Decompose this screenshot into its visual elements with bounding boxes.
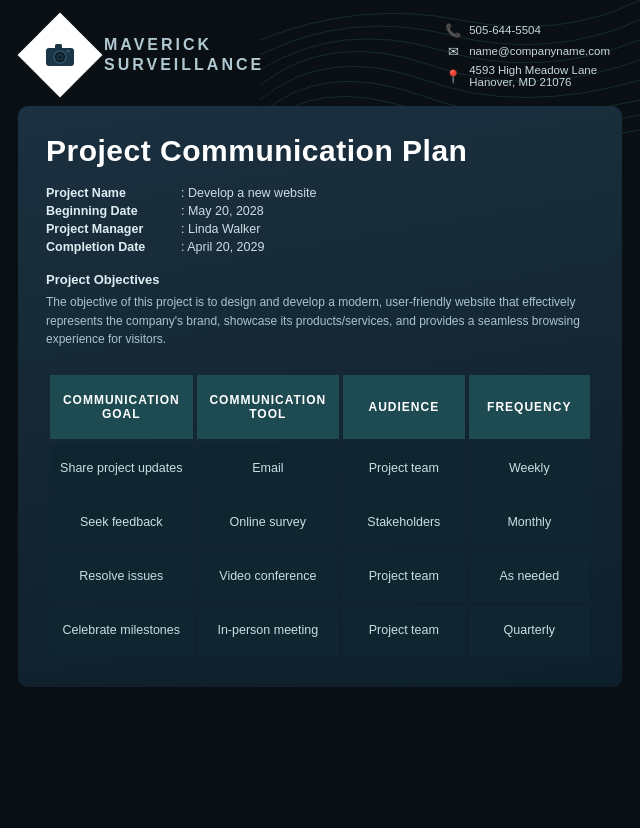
- project-manager-value: : Linda Walker: [181, 222, 260, 236]
- table-row: Celebrate milestonesIn-person meetingPro…: [50, 605, 590, 655]
- cell-audience-1: Stakeholders: [343, 497, 464, 547]
- company-name-line1: MAVERICK: [104, 35, 264, 55]
- table-row: Share project updatesEmailProject teamWe…: [50, 443, 590, 493]
- cell-audience-3: Project team: [343, 605, 464, 655]
- location-icon: 📍: [445, 68, 461, 84]
- objectives-title: Project Objectives: [46, 272, 594, 287]
- cell-frequency-2: As needed: [469, 551, 590, 601]
- svg-rect-4: [55, 44, 62, 49]
- main-card: Project Communication Plan Project Name …: [18, 106, 622, 687]
- beginning-date-label: Beginning Date: [46, 204, 181, 218]
- logo-wordmark: MAVERICK SURVEILLANCE: [104, 35, 264, 75]
- email-row: ✉ name@companyname.com: [445, 43, 610, 59]
- svg-rect-5: [66, 50, 70, 53]
- meta-project-manager: Project Manager : Linda Walker: [46, 222, 594, 236]
- cell-frequency-0: Weekly: [469, 443, 590, 493]
- phone-number: 505-644-5504: [469, 24, 541, 36]
- beginning-date-value: : May 20, 2028: [181, 204, 264, 218]
- address-line1: 4593 High Meadow Lane: [469, 64, 597, 76]
- cell-tool-0: Email: [197, 443, 340, 493]
- logo-icon: [44, 42, 76, 68]
- address-line2: Hanover, MD 21076: [469, 76, 597, 88]
- cell-audience-0: Project team: [343, 443, 464, 493]
- cell-frequency-3: Quarterly: [469, 605, 590, 655]
- header-goal: COMMUNICATION GOAL: [50, 375, 193, 439]
- cell-goal-0: Share project updates: [50, 443, 193, 493]
- cell-goal-3: Celebrate milestones: [50, 605, 193, 655]
- contact-info: 📞 505-644-5504 ✉ name@companyname.com 📍 …: [445, 22, 610, 88]
- project-meta: Project Name : Develop a new website Beg…: [46, 186, 594, 254]
- table-row: Resolve issuesVideo conferenceProject te…: [50, 551, 590, 601]
- completion-date-value: : April 20, 2029: [181, 240, 264, 254]
- cell-tool-3: In-person meeting: [197, 605, 340, 655]
- cell-audience-2: Project team: [343, 551, 464, 601]
- table-row: Seek feedbackOnline surveyStakeholdersMo…: [50, 497, 590, 547]
- logo-diamond: [18, 13, 103, 98]
- header: MAVERICK SURVEILLANCE 📞 505-644-5504 ✉ n…: [0, 0, 640, 106]
- phone-icon: 📞: [445, 22, 461, 38]
- header-tool: COMMUNICATION TOOL: [197, 375, 340, 439]
- phone-row: 📞 505-644-5504: [445, 22, 610, 38]
- meta-project-name: Project Name : Develop a new website: [46, 186, 594, 200]
- cell-tool-1: Online survey: [197, 497, 340, 547]
- logo-area: MAVERICK SURVEILLANCE: [30, 25, 264, 85]
- address-block: 4593 High Meadow Lane Hanover, MD 21076: [469, 64, 597, 88]
- project-name-value: : Develop a new website: [181, 186, 317, 200]
- meta-beginning-date: Beginning Date : May 20, 2028: [46, 204, 594, 218]
- cell-frequency-1: Monthly: [469, 497, 590, 547]
- company-name-line2: SURVEILLANCE: [104, 55, 264, 75]
- address-row: 📍 4593 High Meadow Lane Hanover, MD 2107…: [445, 64, 610, 88]
- header-frequency: FREQUENCY: [469, 375, 590, 439]
- svg-point-3: [59, 56, 62, 59]
- email-icon: ✉: [445, 43, 461, 59]
- project-manager-label: Project Manager: [46, 222, 181, 236]
- cell-goal-2: Resolve issues: [50, 551, 193, 601]
- cell-tool-2: Video conference: [197, 551, 340, 601]
- header-audience: AUDIENCE: [343, 375, 464, 439]
- table-header-row: COMMUNICATION GOAL COMMUNICATION TOOL AU…: [50, 375, 590, 439]
- project-name-label: Project Name: [46, 186, 181, 200]
- completion-date-label: Completion Date: [46, 240, 181, 254]
- meta-completion-date: Completion Date : April 20, 2029: [46, 240, 594, 254]
- cell-goal-1: Seek feedback: [50, 497, 193, 547]
- email-address: name@companyname.com: [469, 45, 610, 57]
- camera-icon: [44, 42, 76, 68]
- plan-title: Project Communication Plan: [46, 134, 594, 168]
- communication-table: COMMUNICATION GOAL COMMUNICATION TOOL AU…: [46, 371, 594, 659]
- objectives-text: The objective of this project is to desi…: [46, 293, 594, 349]
